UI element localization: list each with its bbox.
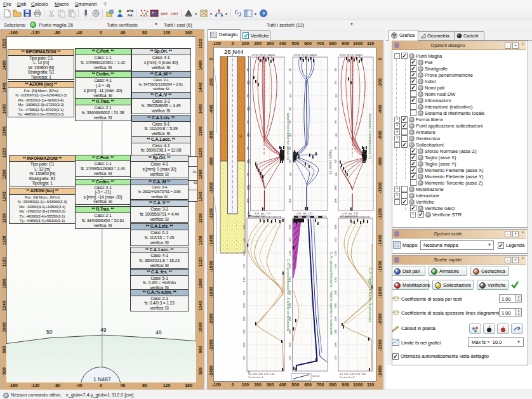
svg-text:1900: 1900	[244, 303, 246, 308]
svg-text:45: 45	[239, 134, 243, 138]
svg-text:900: 900	[289, 173, 292, 176]
svg-text:1400: 1400	[335, 238, 338, 243]
svg-text:2000: 2000	[335, 317, 338, 322]
svg-text:1800: 1800	[289, 290, 291, 295]
svg-text:200: 200	[247, 81, 249, 84]
svg-text:-0.3 [adim] 10.4: -0.3 [adim] 10.4	[340, 215, 357, 218]
svg-text:Momento Flettente(asse Y): Momento Flettente(asse Y)	[368, 114, 372, 159]
svg-text:200: 200	[289, 94, 292, 98]
svg-text:800: 800	[335, 159, 338, 163]
svg-text:1800: 1800	[335, 290, 338, 295]
svg-text:-4*7e6 [N*cm] 4648e5: -4*7e6 [N*cm] 4648e5	[251, 54, 275, 56]
svg-text:1000: 1000	[335, 185, 338, 190]
svg-text:1700: 1700	[335, 277, 338, 282]
svg-text:900: 900	[247, 173, 249, 176]
svg-text:400: 400	[335, 107, 338, 111]
svg-text:700: 700	[289, 147, 292, 150]
svg-text:2000: 2000	[244, 317, 246, 322]
svg-text:900: 900	[335, 173, 338, 176]
svg-text:1100: 1100	[289, 199, 292, 203]
svg-text:2100: 2100	[244, 329, 246, 334]
svg-text:1100: 1100	[247, 199, 249, 203]
svg-text:100: 100	[247, 68, 249, 72]
svg-text:800: 800	[247, 159, 249, 163]
svg-text:1300: 1300	[335, 225, 338, 230]
svg-text:-0.3 [adim] 10.4: -0.3 [adim] 10.4	[248, 215, 265, 218]
svg-text:700: 700	[247, 147, 249, 150]
svg-text:600: 600	[247, 133, 249, 137]
svg-text:2000: 2000	[289, 317, 291, 322]
svg-text:2200: 2200	[335, 343, 338, 348]
svg-text:1700: 1700	[289, 277, 291, 282]
svg-text:26 N44: 26 N44	[224, 48, 244, 55]
svg-text:500: 500	[247, 120, 249, 124]
svg-text:200: 200	[335, 94, 338, 98]
svg-text:1700: 1700	[244, 277, 246, 282]
svg-text:2100: 2100	[335, 329, 338, 334]
svg-text:0.0 0.25 0.50 0.75 1.00: 0.0 0.25 0.50 0.75 1.00	[340, 373, 366, 376]
svg-text:1600: 1600	[289, 264, 291, 269]
svg-text:1400: 1400	[289, 238, 291, 243]
svg-text:1600: 1600	[244, 264, 246, 269]
svg-text:200: 200	[247, 94, 249, 98]
svg-text:800: 800	[289, 159, 292, 163]
svg-text:600: 600	[335, 133, 338, 137]
svg-text:1900: 1900	[289, 303, 291, 308]
svg-text:-0.3 [adim] 10.4: -0.3 [adim] 10.4	[293, 215, 310, 218]
svg-text:1000: 1000	[289, 185, 292, 190]
svg-text:1100: 1100	[335, 199, 338, 203]
svg-text:200: 200	[289, 81, 292, 84]
svg-text:2100: 2100	[289, 329, 291, 334]
svg-text:C.A.: pressoflessione - Valore: C.A.: pressoflessione - Valore agente e …	[329, 252, 333, 336]
svg-text:500: 500	[335, 120, 338, 124]
svg-text:100: 100	[335, 68, 338, 72]
svg-text:2200: 2200	[289, 343, 291, 348]
svg-text:1300: 1300	[244, 225, 246, 230]
svg-text:C.A: Taglio - Fattore di sicur: C.A: Taglio - Fattore di sicurezza	[368, 268, 372, 323]
svg-text:0.0 1.0: 0.0 1.0	[312, 375, 319, 377]
svg-text:Taglio (asse Y): Taglio (asse Y)	[329, 149, 333, 174]
svg-text:-4*7e6 [N*cm] 4648e5: -4*7e6 [N*cm] 4648e5	[293, 54, 317, 56]
svg-text:1500: 1500	[244, 251, 246, 256]
svg-text:1600: 1600	[335, 264, 338, 269]
svg-text:2200: 2200	[244, 343, 246, 348]
svg-text:200: 200	[335, 81, 338, 84]
svg-text:2300: 2300	[335, 356, 338, 361]
svg-text:700: 700	[335, 147, 338, 150]
svg-text:400: 400	[289, 107, 292, 111]
svg-text:100: 100	[289, 68, 292, 72]
svg-text:1500: 1500	[335, 251, 338, 256]
svg-text:1900: 1900	[335, 303, 338, 308]
svg-text:1500: 1500	[289, 251, 291, 256]
svg-text:1300: 1300	[289, 225, 291, 230]
svg-text:400: 400	[247, 107, 249, 111]
svg-text:0.0 0.25 0.50 0.75 1.00: 0.0 0.25 0.50 0.75 1.00	[248, 373, 274, 376]
svg-text:2300: 2300	[244, 356, 246, 361]
svg-text:1800: 1800	[244, 290, 246, 295]
svg-text:600: 600	[289, 133, 292, 137]
svg-text:-4*7e6 [N*cm] 4648e5: -4*7e6 [N*cm] 4648e5	[339, 54, 362, 56]
svg-text:1000: 1000	[247, 185, 249, 190]
svg-text:2300: 2300	[289, 356, 291, 361]
svg-text:1400: 1400	[244, 238, 246, 243]
svg-text:500: 500	[289, 120, 292, 124]
